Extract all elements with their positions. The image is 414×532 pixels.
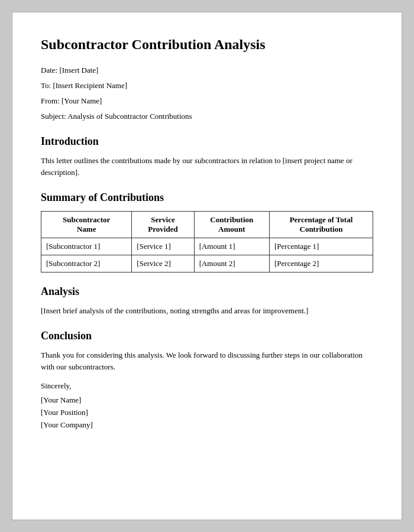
service-2: [Service 2]	[132, 255, 194, 272]
conclusion-body: Thank you for considering this analysis.…	[41, 349, 373, 373]
analysis-body: [Insert brief analysis of the contributi…	[41, 305, 373, 317]
service-1: [Service 1]	[132, 238, 194, 255]
percentage-1: [Percentage 1]	[269, 238, 373, 255]
summary-heading: Summary of Contributions	[41, 192, 373, 204]
table-row: [Subcontractor 2] [Service 2] [Amount 2]…	[41, 255, 373, 272]
table-row: [Subcontractor 1] [Service 1] [Amount 1]…	[41, 238, 373, 255]
subject-line: Subject: Analysis of Subcontractor Contr…	[41, 111, 373, 122]
percentage-2: [Percentage 2]	[269, 255, 373, 272]
signer-position: [Your Position]	[41, 407, 373, 419]
sub-name-1: [Subcontractor 1]	[41, 238, 132, 255]
date-line: Date: [Insert Date]	[41, 65, 373, 76]
introduction-body: This letter outlines the contributions m…	[41, 155, 373, 179]
amount-2: [Amount 2]	[194, 255, 269, 272]
signer-company: [Your Company]	[41, 419, 373, 432]
introduction-heading: Introduction	[41, 135, 373, 148]
signature-block: [Your Name] [Your Position] [Your Compan…	[41, 394, 373, 431]
analysis-heading: Analysis	[41, 286, 373, 298]
to-line: To: [Insert Recipient Name]	[41, 80, 373, 91]
from-line: From: [Your Name]	[41, 96, 373, 106]
col-header-name: SubcontractorName	[41, 211, 132, 238]
document-title: Subcontractor Contribution Analysis	[41, 36, 373, 53]
conclusion-heading: Conclusion	[41, 330, 373, 342]
sub-name-2: [Subcontractor 2]	[41, 255, 132, 272]
sincerely-text: Sincerely,	[41, 381, 373, 391]
amount-1: [Amount 1]	[194, 238, 269, 255]
col-header-percentage: Percentage of TotalContribution	[269, 211, 373, 238]
document-page: Subcontractor Contribution Analysis Date…	[12, 12, 402, 520]
col-header-amount: ContributionAmount	[194, 211, 269, 238]
table-header-row: SubcontractorName ServiceProvided Contri…	[41, 211, 373, 238]
col-header-service: ServiceProvided	[132, 211, 194, 238]
signer-name: [Your Name]	[41, 394, 373, 407]
contributions-table: SubcontractorName ServiceProvided Contri…	[41, 211, 373, 273]
